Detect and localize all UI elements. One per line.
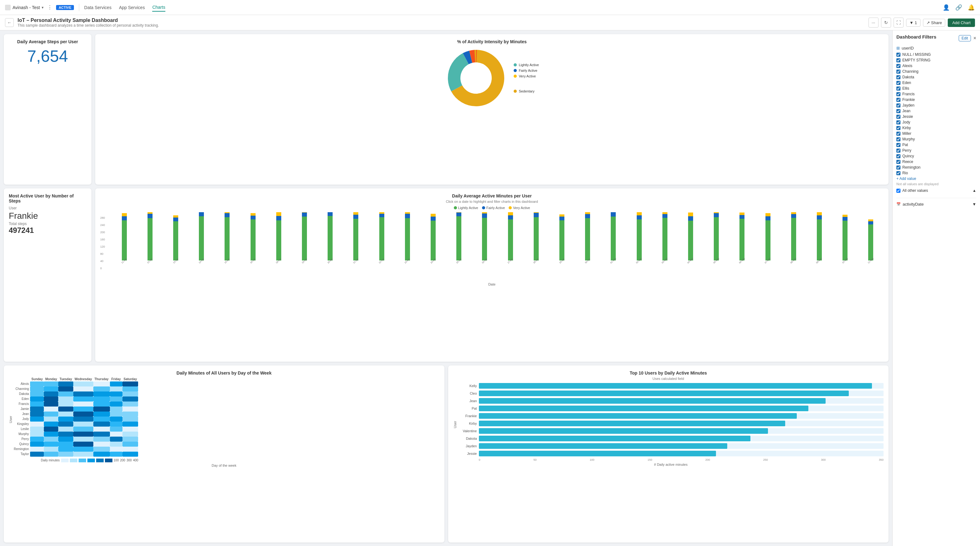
- heatmap-cell[interactable]: [110, 391, 123, 396]
- nav-app-services[interactable]: App Services: [119, 4, 145, 11]
- all-other-checkbox[interactable]: [896, 189, 900, 193]
- nav-charts[interactable]: Charts: [152, 3, 165, 11]
- heatmap-cell[interactable]: [110, 407, 123, 412]
- heatmap-cell[interactable]: [44, 407, 58, 412]
- heatmap-cell[interactable]: [30, 396, 44, 402]
- heatmap-cell[interactable]: [73, 442, 93, 447]
- heatmap-cell[interactable]: [73, 421, 93, 426]
- fullscreen-button[interactable]: ⛶: [894, 18, 904, 27]
- heatmap-cell[interactable]: [123, 407, 138, 412]
- heatmap-cell[interactable]: [30, 386, 44, 391]
- heatmap-cell[interactable]: [73, 396, 93, 402]
- bar-group[interactable]: 16-Apr: [240, 213, 266, 268]
- heatmap-cell[interactable]: [93, 417, 110, 421]
- heatmap-cell[interactable]: [30, 447, 44, 452]
- heatmap-cell[interactable]: [93, 396, 110, 402]
- hbar-track[interactable]: [479, 398, 884, 404]
- add-value-link[interactable]: + Add value: [896, 176, 976, 181]
- heatmap-cell[interactable]: [73, 407, 93, 412]
- filter-checkbox[interactable]: [896, 120, 900, 125]
- heatmap-cell[interactable]: [58, 382, 73, 386]
- bar-group[interactable]: 11-May: [858, 219, 883, 269]
- heatmap-cell[interactable]: [44, 396, 58, 402]
- bar-group[interactable]: 30-Apr: [575, 212, 600, 268]
- stacked-bar-chart[interactable]: 2802402001601208040011-Apr12-Apr13-Apr14…: [100, 212, 883, 281]
- heatmap-cell[interactable]: [73, 382, 93, 386]
- activity-date-toggle[interactable]: ▼: [972, 202, 976, 206]
- filter-checkbox[interactable]: [896, 143, 900, 147]
- filter-checkbox[interactable]: [896, 171, 900, 175]
- bar-group[interactable]: 04-May: [678, 212, 703, 268]
- bar-group[interactable]: 27-Apr: [498, 212, 523, 268]
- bar-group[interactable]: 21-Apr: [343, 212, 369, 268]
- heatmap-cell[interactable]: [123, 391, 138, 396]
- bar-group[interactable]: 25-Apr: [446, 212, 472, 268]
- heatmap-cell[interactable]: [123, 426, 138, 432]
- heatmap-cell[interactable]: [44, 391, 58, 396]
- heatmap-cell[interactable]: [123, 386, 138, 391]
- heatmap-cell[interactable]: [58, 396, 73, 402]
- heatmap-cell[interactable]: [30, 452, 44, 457]
- sidebar-close-button[interactable]: ×: [974, 35, 976, 41]
- heatmap-cell[interactable]: [110, 421, 123, 426]
- more-options-button[interactable]: ···: [869, 18, 878, 27]
- heatmap-cell[interactable]: [44, 382, 58, 386]
- heatmap-cell[interactable]: [123, 417, 138, 421]
- filter-checkbox[interactable]: [896, 126, 900, 130]
- brand-dropdown[interactable]: ▾: [41, 5, 43, 10]
- bar-group[interactable]: 26-Apr: [472, 212, 497, 268]
- filter-checkbox[interactable]: [896, 104, 900, 107]
- bar-group[interactable]: 06-May: [729, 212, 755, 268]
- filter-checkbox[interactable]: [896, 148, 900, 153]
- heatmap-cell[interactable]: [123, 442, 138, 447]
- heatmap-cell[interactable]: [93, 382, 110, 386]
- heatmap-cell[interactable]: [110, 432, 123, 437]
- add-chart-button[interactable]: Add Chart: [948, 19, 975, 27]
- heatmap-cell[interactable]: [30, 382, 44, 386]
- bar-group[interactable]: 28-Apr: [523, 212, 549, 268]
- heatmap-cell[interactable]: [123, 447, 138, 452]
- bar-group[interactable]: 10-May: [832, 215, 858, 269]
- bar-group[interactable]: 09-May: [807, 212, 832, 268]
- heatmap-cell[interactable]: [30, 407, 44, 412]
- bar-group[interactable]: 15-Apr: [215, 212, 240, 268]
- filter-checkbox[interactable]: [896, 109, 900, 113]
- bar-group[interactable]: 23-Apr: [395, 212, 420, 268]
- heatmap-cell[interactable]: [30, 402, 44, 407]
- heatmap-cell[interactable]: [58, 437, 73, 442]
- heatmap-cell[interactable]: [110, 437, 123, 442]
- heatmap-container[interactable]: UserSundayMondayTuesdayWednesdayThursday…: [9, 377, 439, 462]
- heatmap-cell[interactable]: [93, 426, 110, 432]
- filter-checkbox[interactable]: [896, 115, 900, 119]
- heatmap-cell[interactable]: [123, 432, 138, 437]
- heatmap-cell[interactable]: [73, 437, 93, 442]
- heatmap-cell[interactable]: [110, 396, 123, 402]
- heatmap-cell[interactable]: [73, 417, 93, 421]
- bar-group[interactable]: 29-Apr: [549, 214, 574, 269]
- filter-checkbox[interactable]: [896, 58, 900, 62]
- heatmap-cell[interactable]: [30, 417, 44, 421]
- heatmap-cell[interactable]: [93, 437, 110, 442]
- heatmap-cell[interactable]: [58, 386, 73, 391]
- hbar-track[interactable]: [479, 391, 884, 396]
- bar-group[interactable]: 03-May: [652, 212, 678, 268]
- bell-icon[interactable]: 🔔: [967, 4, 975, 11]
- filter-button[interactable]: ▼ 1: [906, 19, 921, 27]
- heatmap-cell[interactable]: [110, 402, 123, 407]
- heatmap-cell[interactable]: [123, 412, 138, 417]
- heatmap-cell[interactable]: [110, 442, 123, 447]
- heatmap-cell[interactable]: [58, 391, 73, 396]
- heatmap-cell[interactable]: [93, 386, 110, 391]
- heatmap-cell[interactable]: [73, 402, 93, 407]
- bar-group[interactable]: 13-Apr: [163, 216, 188, 269]
- heatmap-cell[interactable]: [93, 447, 110, 452]
- refresh-button[interactable]: ↻: [881, 18, 891, 27]
- bar-group[interactable]: 07-May: [755, 213, 781, 268]
- heatmap-cell[interactable]: [110, 382, 123, 386]
- bar-group[interactable]: 24-Apr: [420, 214, 446, 269]
- heatmap-cell[interactable]: [44, 432, 58, 437]
- filter-checkbox[interactable]: [896, 81, 900, 85]
- bar-group[interactable]: 14-Apr: [189, 212, 214, 268]
- heatmap-cell[interactable]: [123, 421, 138, 426]
- filter-checkbox[interactable]: [896, 137, 900, 141]
